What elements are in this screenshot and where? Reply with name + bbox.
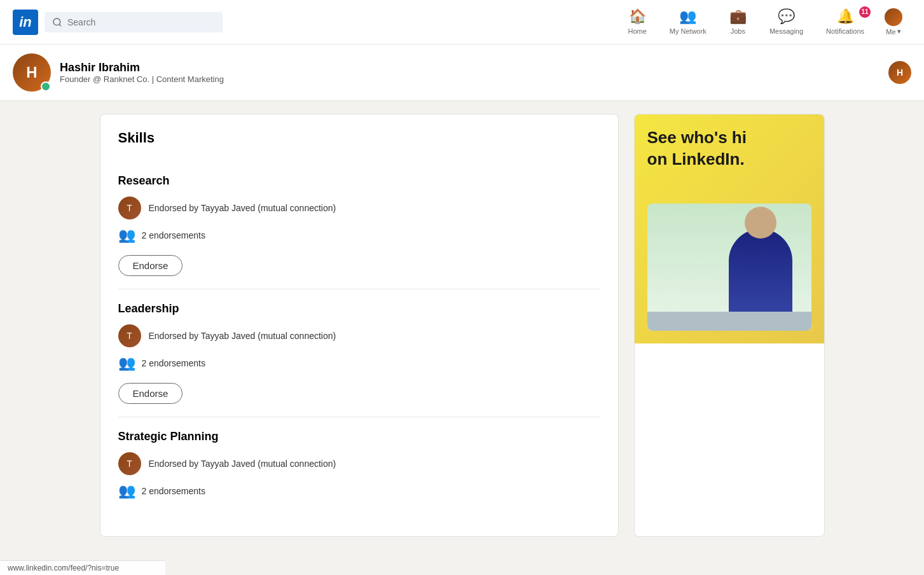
nav-items: 🏠 Home 👥 My Network 💼 Jobs 💬 Messaging 🔔… (616, 0, 911, 45)
profile-name: Hashir Ibrahim (60, 61, 224, 74)
me-avatar (885, 8, 902, 26)
skills-card: Skills Research T Endorsed by Tayyab Jav… (100, 114, 619, 537)
sidebar-ad: See who's hi on LinkedIn. (634, 114, 825, 537)
endorser-text-strategic: Endorsed by Tayyab Javed (mutual connect… (149, 459, 336, 469)
ad-content: See who's hi on LinkedIn. (635, 114, 824, 343)
home-icon: 🏠 (629, 8, 646, 25)
endorsements-count-research: 2 endorsements (142, 230, 205, 240)
open-to-badge (41, 81, 51, 92)
endorser-text-leadership: Endorsed by Tayyab Javed (mutual connect… (149, 331, 336, 341)
skill-research-name: Research (118, 174, 600, 188)
nav-jobs-label: Jobs (731, 27, 745, 35)
my-network-icon: 👥 (679, 8, 696, 25)
nav-me-label: Me ▾ (886, 27, 900, 36)
linkedin-logo[interactable]: in (13, 10, 38, 35)
endorsements-row-leadership: 👥 2 endorsements (118, 355, 600, 371)
nav-notifications[interactable]: 🔔 11 Notifications (815, 0, 876, 45)
endorse-button-research[interactable]: Endorse (118, 255, 183, 276)
nav-jobs[interactable]: 💼 Jobs (718, 0, 758, 45)
search-icon (52, 17, 62, 27)
endorsements-count-leadership: 2 endorsements (142, 358, 205, 368)
statusbar: www.linkedin.com/feed/?nis=true (0, 560, 165, 575)
notifications-icon: 🔔 (837, 8, 854, 25)
endorsements-row-research: 👥 2 endorsements (118, 227, 600, 244)
nav-home[interactable]: 🏠 Home (616, 0, 658, 45)
nav-home-label: Home (628, 27, 646, 35)
endorsements-people-icon-leadership: 👥 (118, 355, 135, 371)
endorsements-count-strategic: 2 endorsements (142, 486, 205, 496)
nav-messaging-label: Messaging (769, 27, 803, 35)
endorser-avatar-research: T (118, 197, 141, 219)
nav-me[interactable]: Me ▾ (876, 0, 911, 45)
search-input[interactable] (67, 17, 215, 27)
ad-person-head (745, 207, 776, 239)
skill-strategic-planning: Strategic Planning T Endorsed by Tayyab … (118, 417, 600, 521)
messaging-icon: 💬 (778, 8, 795, 25)
ad-image (647, 204, 811, 331)
statusbar-url: www.linkedin.com/feed/?nis=true (8, 564, 119, 572)
profile-headline: Founder @ Ranknet Co. | Content Marketin… (60, 74, 224, 84)
endorser-row-strategic: T Endorsed by Tayyab Javed (mutual conne… (118, 452, 600, 475)
endorser-avatar-leadership: T (118, 324, 141, 347)
skill-strategic-planning-name: Strategic Planning (118, 430, 600, 443)
nav-notifications-label: Notifications (826, 27, 864, 35)
profile-info: Hashir Ibrahim Founder @ Ranknet Co. | C… (60, 61, 224, 84)
nav-my-network[interactable]: 👥 My Network (658, 0, 718, 45)
endorser-row-leadership: T Endorsed by Tayyab Javed (mutual conne… (118, 324, 600, 347)
endorser-row-research: T Endorsed by Tayyab Javed (mutual conne… (118, 197, 600, 219)
profile-header: H Hashir Ibrahim Founder @ Ranknet Co. |… (0, 45, 924, 101)
svg-point-0 (53, 18, 60, 25)
jobs-icon: 💼 (729, 8, 747, 25)
notifications-badge: 11 (859, 6, 871, 18)
nav-messaging[interactable]: 💬 Messaging (758, 0, 815, 45)
skill-leadership-name: Leadership (118, 302, 600, 315)
navbar: in 🏠 Home 👥 My Network 💼 Jobs 💬 Messagin… (0, 0, 924, 45)
skill-leadership: Leadership T Endorsed by Tayyab Javed (m… (118, 289, 600, 417)
endorser-text-research: Endorsed by Tayyab Javed (mutual connect… (149, 203, 336, 213)
endorsements-people-icon-strategic: 👥 (118, 483, 135, 499)
ad-headline: See who's hi on LinkedIn. (647, 127, 811, 170)
search-bar[interactable] (45, 12, 223, 32)
endorsements-people-icon-research: 👥 (118, 227, 135, 244)
nav-my-network-label: My Network (670, 27, 707, 35)
endorse-button-leadership[interactable]: Endorse (118, 383, 183, 404)
skill-research: Research T Endorsed by Tayyab Javed (mut… (118, 162, 600, 289)
endorsements-row-strategic: 👥 2 endorsements (118, 483, 600, 499)
skills-title: Skills (118, 130, 600, 146)
svg-line-1 (59, 24, 61, 26)
ad-laptop-base (647, 312, 811, 331)
main-layout: Skills Research T Endorsed by Tayyab Jav… (100, 101, 825, 550)
right-avatar[interactable]: H (888, 61, 911, 84)
profile-avatar: H (13, 53, 51, 92)
endorser-avatar-strategic: T (118, 452, 141, 475)
